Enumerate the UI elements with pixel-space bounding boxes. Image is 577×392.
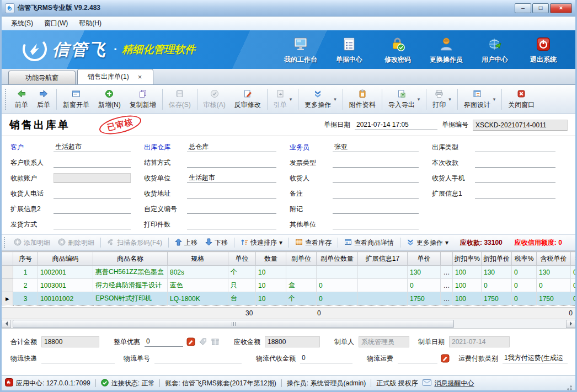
banner: 信管飞 · 精细化管理软件 我的工作台 单据中心 修改密码 更换操作员 xyxy=(2,30,575,69)
barcode-scanner-icon xyxy=(107,238,115,248)
receiver-mobile-field[interactable] xyxy=(475,174,555,183)
warehouse-field[interactable]: 总仓库 xyxy=(187,142,276,152)
unaudit-modify-button[interactable]: 反审修改 xyxy=(230,88,265,111)
price-ellipsis-button[interactable]: … xyxy=(441,279,453,292)
print-copies-field[interactable] xyxy=(187,220,276,229)
document-title: 销售出库单 xyxy=(9,118,70,132)
chevron-down-icon[interactable]: ▾ xyxy=(290,96,292,102)
resize-grip[interactable] xyxy=(565,384,572,390)
copy-add-button[interactable]: 复制新增 xyxy=(125,88,161,111)
chevron-down-icon[interactable]: ▾ xyxy=(445,239,448,246)
more-actions-button[interactable]: 更多操作 ▾ xyxy=(300,88,341,111)
ship-method-field[interactable] xyxy=(54,220,131,229)
minimize-button[interactable]: – xyxy=(515,3,531,13)
outbound-type-field[interactable] xyxy=(475,143,555,152)
customer-label: 客户 xyxy=(10,143,54,152)
chevron-down-icon[interactable]: ▾ xyxy=(418,96,420,102)
next-doc-button[interactable]: 后单 xyxy=(33,88,55,111)
receiver-unit-field[interactable]: 生活超市 xyxy=(187,173,276,183)
detail-more-actions-button[interactable]: 更多操作 ▾ xyxy=(403,237,452,249)
plus-circle-icon xyxy=(105,89,114,99)
user-center-button[interactable]: 用户中心 xyxy=(471,35,519,65)
tab-sales-outbound[interactable]: 销售出库单(1) × xyxy=(77,69,153,84)
customer-field[interactable]: 生活超市 xyxy=(54,142,131,152)
change-password-button[interactable]: 修改密码 xyxy=(373,35,422,65)
current-receipt-field[interactable] xyxy=(475,158,555,168)
settlement-field[interactable] xyxy=(187,158,276,168)
chevron-down-icon[interactable]: ▾ xyxy=(279,239,282,246)
exit-system-button[interactable]: 退出系统 xyxy=(519,35,568,65)
discount-edit-icon[interactable] xyxy=(186,337,195,346)
message-center-link[interactable]: 消息提醒中心 xyxy=(423,379,474,388)
cod-amount-field[interactable]: 0 xyxy=(300,353,352,363)
connection-status: 连接状态: 正常 xyxy=(101,379,155,388)
ext1-field[interactable] xyxy=(475,189,555,198)
price-ellipsis-button[interactable]: … xyxy=(441,292,453,305)
credit-limit-status: 应收信用额度: 0 xyxy=(515,238,562,248)
receipt-account-field[interactable] xyxy=(54,173,131,183)
tab-close-icon[interactable]: × xyxy=(137,73,143,81)
chevron-down-icon[interactable]: ▾ xyxy=(448,96,451,102)
freight-pay-type-label: 运费付款类别 xyxy=(458,354,498,363)
import-export-button[interactable]: 导入导出 ▾ xyxy=(384,88,425,111)
salesman-field[interactable]: 张亚 xyxy=(333,142,419,152)
scrollbar-thumb[interactable] xyxy=(13,320,454,328)
doc-date-field[interactable]: 2021-07-14 17:05 xyxy=(355,120,437,130)
switch-operator-button[interactable]: 更换操作员 xyxy=(422,35,471,65)
maximize-button[interactable]: □ xyxy=(532,3,549,13)
customer-contact-field[interactable] xyxy=(54,158,131,168)
horizontal-scrollbar[interactable] xyxy=(2,319,575,329)
freight-edit-icon[interactable] xyxy=(441,354,450,363)
view-stock-button[interactable]: 查看库存 xyxy=(291,237,335,249)
doc-no-field[interactable]: XSCKD-20210714-0011 xyxy=(473,120,568,131)
add-new-button[interactable]: 新增(N) xyxy=(94,88,125,111)
freight-pay-type-field[interactable]: 1我方付运费(生成运 xyxy=(503,353,568,363)
chevron-down-icon[interactable]: ▾ xyxy=(334,96,336,102)
order-discount-field[interactable]: 0 xyxy=(145,337,183,347)
table-row-selected[interactable]: ▶ 3 100101002 EPSON针式打印机 LQ-1800K 台 10 个… xyxy=(2,292,576,305)
chevron-down-icon[interactable]: ▾ xyxy=(493,96,496,102)
detail-toolbar-grip[interactable] xyxy=(4,237,7,248)
receiver-field[interactable] xyxy=(333,174,419,183)
tab-function-nav[interactable]: 功能导航窗 xyxy=(8,71,76,84)
print-button[interactable]: 打印 ▾ xyxy=(428,88,456,111)
freight-field[interactable] xyxy=(398,354,437,363)
menu-system[interactable]: 系统(S) xyxy=(6,17,38,30)
scroll-left-button[interactable] xyxy=(2,320,11,328)
quick-sort-button[interactable]: 快速排序 ▾ xyxy=(237,237,286,249)
close-window-button[interactable]: 关闭窗口 xyxy=(504,88,539,111)
ext2-field[interactable] xyxy=(54,205,131,214)
save-floppy-icon xyxy=(175,89,184,99)
detail-toolbar: 添加明细 删除明细 扫描条形码(F4) 上移 下移 快速排序 ▾ 查看库存 查看… xyxy=(2,234,575,251)
postscript-field[interactable] xyxy=(333,205,419,214)
ui-design-button[interactable]: 界面设计 ▾ xyxy=(460,88,500,111)
move-down-button[interactable]: 下移 xyxy=(201,237,232,249)
express-field[interactable] xyxy=(41,354,115,363)
receiver-address-field[interactable] xyxy=(187,189,276,198)
scroll-right-button[interactable] xyxy=(566,320,575,328)
prev-doc-button[interactable]: 前单 xyxy=(10,88,33,111)
price-ellipsis-button[interactable]: … xyxy=(441,266,453,279)
remark-field[interactable] xyxy=(333,189,419,198)
tracking-no-field[interactable] xyxy=(154,354,242,363)
view-product-detail-button[interactable]: 查看商品详情 xyxy=(340,237,398,249)
toolbar-grip[interactable] xyxy=(5,89,8,110)
import-export-icon xyxy=(397,89,406,99)
other-unit-field[interactable] xyxy=(333,220,419,229)
menu-help[interactable]: 帮助(H) xyxy=(74,17,106,30)
new-window-order-button[interactable]: 新窗开单 xyxy=(58,88,94,111)
menu-window[interactable]: 窗口(W) xyxy=(39,17,73,30)
my-workbench-button[interactable]: 我的工作台 xyxy=(276,35,325,65)
custom-no-field[interactable] xyxy=(187,205,276,214)
brand-logo-icon xyxy=(23,37,47,63)
table-row[interactable]: 1 1002001 惠普CH561ZZ黑色墨盒 802s 个 10 130 … … xyxy=(2,266,576,279)
receiver-phone-field[interactable] xyxy=(54,189,131,198)
scrollbar-track[interactable] xyxy=(11,320,566,328)
move-up-button[interactable]: 上移 xyxy=(171,237,201,249)
account-set-status: 账套: 信管飞RMS账套(2017年第12期) xyxy=(165,379,276,388)
attachments-button[interactable]: 附件资料 xyxy=(345,88,380,111)
document-center-button[interactable]: 单据中心 xyxy=(325,35,373,65)
close-button[interactable]: × xyxy=(550,3,572,13)
table-row[interactable]: 2 1003001 得力经典防滑握手设计 蓝色 只 10 盒 0 0 … 100… xyxy=(2,279,576,292)
invoice-type-field[interactable] xyxy=(333,158,419,168)
